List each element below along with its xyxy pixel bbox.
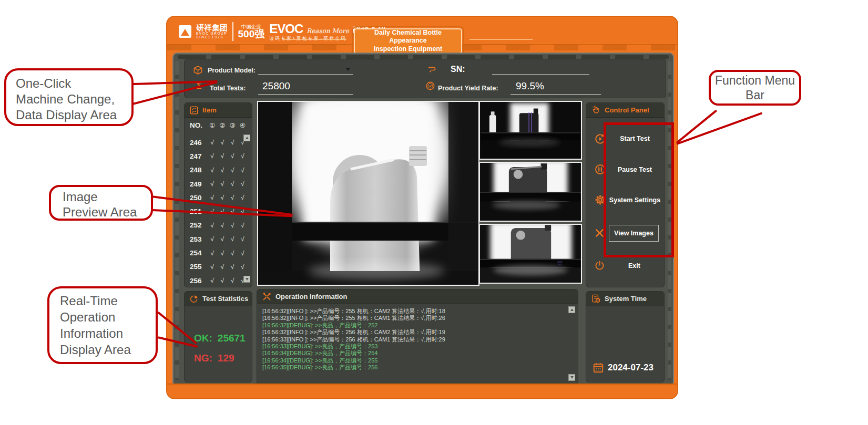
item-panel-header: Item: [185, 103, 252, 118]
annotation-image-preview-area: Image Preview Area: [49, 185, 153, 221]
scroll-up-icon[interactable]: [568, 306, 575, 313]
annotation-text: Information: [60, 325, 156, 341]
annotation-text: Bar: [746, 88, 764, 102]
stats-panel-header: Test Statistics: [185, 292, 252, 306]
item-check-mark: √: [238, 222, 248, 229]
app-title: Daily Chemical Bottle Appearance Inspect…: [354, 28, 462, 54]
item-check-mark: √: [217, 222, 227, 229]
item-check-mark: √: [217, 139, 227, 146]
log-line: [16:56:32][INFO ]: >>产品编号：255 相机：CAM1 算法…: [262, 315, 566, 322]
product-model-icon: [193, 65, 203, 75]
preview-thumbnail-2[interactable]: [479, 162, 582, 222]
item-check-mark: √: [228, 235, 238, 243]
item-check-mark: √: [217, 194, 227, 201]
log-line: [16:56:34][DEBUG]: >>良品，产品编号：254: [262, 350, 566, 357]
scroll-down-icon[interactable]: [568, 374, 575, 381]
item-row[interactable]: 246√√√√: [185, 136, 252, 149]
log-line: [16:56:33][INFO ]: >>产品编号：256 相机：CAM1 算法…: [262, 336, 566, 343]
item-row-number: 247: [190, 152, 207, 160]
top500-logo: 中国企业 500强: [238, 24, 265, 39]
operation-info-panel: Operation Information [16:56:32][INFO ]:…: [257, 289, 578, 385]
item-row-number: 253: [190, 235, 207, 243]
item-row[interactable]: 247√√√√: [185, 149, 252, 163]
checklist-icon: [189, 106, 199, 115]
system-date: 2024-07-23: [593, 362, 653, 374]
item-column-header: ①: [207, 121, 217, 129]
app-title-line1: Daily Chemical Bottle Appearance: [355, 29, 461, 45]
item-check-mark: √: [238, 167, 248, 174]
group-since: SINCE1978: [196, 36, 228, 39]
item-check-mark: √: [228, 263, 238, 271]
evoc-logo-icon: [179, 25, 191, 38]
item-table-header: NO.①②③④: [185, 118, 252, 131]
ok-stat: OK: 25671: [194, 333, 246, 344]
scroll-up-icon[interactable]: [243, 134, 250, 141]
preview-thumbnail-1[interactable]: [479, 101, 582, 160]
sn-input[interactable]: [492, 63, 589, 75]
annotation-text: Preview Area: [63, 204, 151, 220]
item-row[interactable]: 255√√√√: [185, 260, 252, 274]
item-row[interactable]: 249√√√√: [185, 177, 252, 191]
sn-icon: [426, 65, 438, 74]
item-row[interactable]: 256√√√√: [185, 274, 252, 286]
log-line: [16:56:34][DEBUG]: >>良品，产品编号：255: [262, 357, 566, 364]
annotation-arrow: [676, 110, 717, 144]
item-check-mark: √: [228, 250, 238, 257]
item-check-mark: √: [217, 263, 227, 271]
item-check-mark: √: [228, 194, 238, 201]
annotation-text: Real-Time: [60, 293, 156, 309]
tools-icon: [262, 292, 272, 302]
annotation-text: Machine Change,: [16, 91, 131, 107]
item-panel-title: Item: [202, 106, 217, 114]
ok-value: 25671: [218, 333, 246, 344]
item-row[interactable]: 248√√√√: [185, 163, 252, 177]
brand-divider: [232, 22, 233, 41]
evoc-wordmark: EVOC: [269, 22, 303, 35]
preview-thumbnail-3[interactable]: [479, 224, 582, 284]
ng-label: NG:: [194, 353, 212, 364]
total-tests-label: Total Tests:: [210, 85, 246, 92]
group-logo: 研祥集团 EVOC GROUP SINCE1978: [196, 24, 228, 39]
yield-rate-label: Product Yield Rate:: [438, 85, 498, 92]
annotation-realtime-info-area: Real-Time Operation Information Display …: [47, 286, 158, 364]
item-check-mark: √: [207, 180, 217, 188]
item-check-mark: √: [228, 139, 238, 146]
item-panel: Item NO.①②③④ 246√√√√247√√√√248√√√√249√√√…: [184, 102, 252, 287]
log-viewport[interactable]: [16:56:32][INFO ]: >>产品编号：255 相机：CAM2 算法…: [257, 304, 566, 383]
item-check-mark: √: [228, 167, 238, 174]
product-model-label: Product Model:: [208, 67, 256, 74]
title-ornament-left: [283, 39, 346, 45]
item-check-mark: √: [207, 277, 217, 284]
annotation-text: Operation: [60, 309, 156, 325]
item-check-mark: √: [238, 263, 248, 271]
item-row[interactable]: 252√√√√: [185, 219, 252, 232]
annotation-arrow: [676, 112, 762, 145]
control-panel-header: Control Panel: [586, 103, 664, 118]
item-check-mark: √: [228, 222, 238, 229]
control-button-label: Exit: [608, 262, 664, 269]
item-check-mark: √: [228, 180, 238, 188]
item-check-mark: √: [228, 277, 238, 284]
control-button-exit[interactable]: Exit: [586, 260, 664, 271]
total-tests-field: [258, 81, 353, 95]
item-check-mark: √: [217, 180, 227, 188]
op-panel-header: Operation Information: [257, 289, 578, 304]
sn-label: SN:: [451, 65, 465, 74]
group-name: 研祥集团: [196, 24, 228, 32]
system-time-panel: System Time 2024-07-23: [586, 291, 665, 382]
item-row[interactable]: 254√√√√: [185, 246, 252, 260]
item-row-number: 255: [190, 263, 207, 271]
decorative-rail-left: [175, 61, 179, 380]
chevron-down-icon[interactable]: [345, 68, 351, 71]
log-line: [16:56:32][INFO ]: >>产品编号：256 相机：CAM2 算法…: [262, 329, 566, 336]
item-row[interactable]: 253√√√√: [185, 232, 252, 246]
system-date-value: 2024-07-23: [608, 362, 653, 373]
ng-value: 129: [218, 353, 234, 364]
item-check-mark: √: [207, 139, 217, 146]
item-check-mark: √: [207, 167, 217, 174]
item-column-header: ②: [217, 121, 227, 129]
scroll-down-icon[interactable]: [243, 276, 250, 283]
annotation-text: One-Click: [16, 76, 131, 91]
footer-band: [167, 383, 677, 398]
product-model-select[interactable]: [258, 64, 353, 75]
